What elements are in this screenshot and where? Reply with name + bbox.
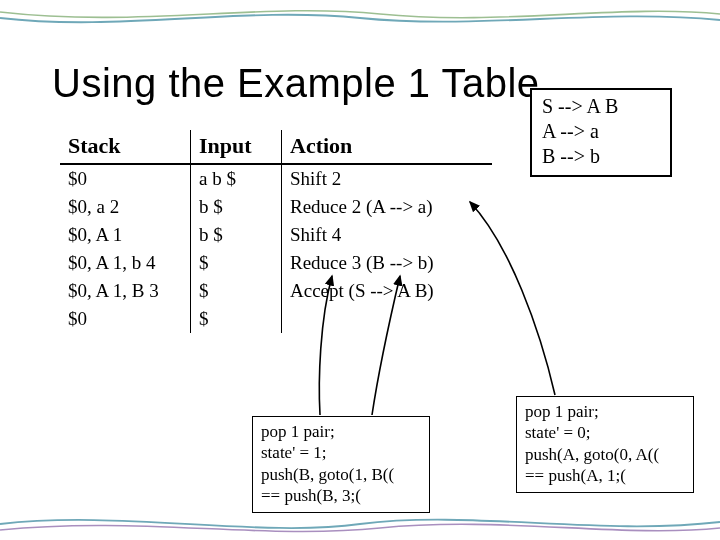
cell-input: $ bbox=[191, 249, 282, 277]
table-row: $0, A 1, b 4 $ Reduce 3 (B --> b) bbox=[60, 249, 492, 277]
cell-input: a b $ bbox=[191, 164, 282, 193]
note-line: pop 1 pair; bbox=[525, 401, 685, 422]
header-input: Input bbox=[191, 130, 282, 164]
cell-action: Shift 4 bbox=[282, 221, 493, 249]
table-row: $0, A 1 b $ Shift 4 bbox=[60, 221, 492, 249]
cell-action: Reduce 2 (A --> a) bbox=[282, 193, 493, 221]
grammar-rule-2: A --> a bbox=[542, 119, 660, 144]
annotation-box-right: pop 1 pair; state' = 0; push(A, goto(0, … bbox=[516, 396, 694, 493]
cell-action: Reduce 3 (B --> b) bbox=[282, 249, 493, 277]
header-action: Action bbox=[282, 130, 493, 164]
cell-input: $ bbox=[191, 277, 282, 305]
decorative-top-waves bbox=[0, 0, 720, 40]
cell-stack: $0, A 1, B 3 bbox=[60, 277, 191, 305]
cell-stack: $0, A 1, b 4 bbox=[60, 249, 191, 277]
annotation-box-left: pop 1 pair; state' = 1; push(B, goto(1, … bbox=[252, 416, 430, 513]
cell-stack: $0, a 2 bbox=[60, 193, 191, 221]
table-row: $0, a 2 b $ Reduce 2 (A --> a) bbox=[60, 193, 492, 221]
note-line: state' = 0; bbox=[525, 422, 685, 443]
slide-title: Using the Example 1 Table bbox=[52, 61, 540, 106]
cell-input: b $ bbox=[191, 221, 282, 249]
parse-table: Stack Input Action $0 a b $ Shift 2 $0, … bbox=[60, 130, 492, 333]
table-header-row: Stack Input Action bbox=[60, 130, 492, 164]
decorative-bottom-waves bbox=[0, 510, 720, 540]
grammar-rule-3: B --> b bbox=[542, 144, 660, 169]
grammar-rule-1: S --> A B bbox=[542, 94, 660, 119]
table-row: $0, A 1, B 3 $ Accept (S --> A B) bbox=[60, 277, 492, 305]
cell-input: b $ bbox=[191, 193, 282, 221]
note-line: pop 1 pair; bbox=[261, 421, 421, 442]
cell-stack: $0 bbox=[60, 305, 191, 333]
slide: Using the Example 1 Table S --> A B A --… bbox=[0, 0, 720, 540]
cell-stack: $0, A 1 bbox=[60, 221, 191, 249]
note-line: == push(A, 1;( bbox=[525, 465, 685, 486]
header-stack: Stack bbox=[60, 130, 191, 164]
cell-input: $ bbox=[191, 305, 282, 333]
note-line: push(B, goto(1, B(( bbox=[261, 464, 421, 485]
note-line: state' = 1; bbox=[261, 442, 421, 463]
cell-stack: $0 bbox=[60, 164, 191, 193]
grammar-box: S --> A B A --> a B --> b bbox=[530, 88, 672, 177]
table-row: $0 $ bbox=[60, 305, 492, 333]
note-line: == push(B, 3;( bbox=[261, 485, 421, 506]
cell-action bbox=[282, 305, 493, 333]
note-line: push(A, goto(0, A(( bbox=[525, 444, 685, 465]
table-row: $0 a b $ Shift 2 bbox=[60, 164, 492, 193]
cell-action: Shift 2 bbox=[282, 164, 493, 193]
cell-action: Accept (S --> A B) bbox=[282, 277, 493, 305]
